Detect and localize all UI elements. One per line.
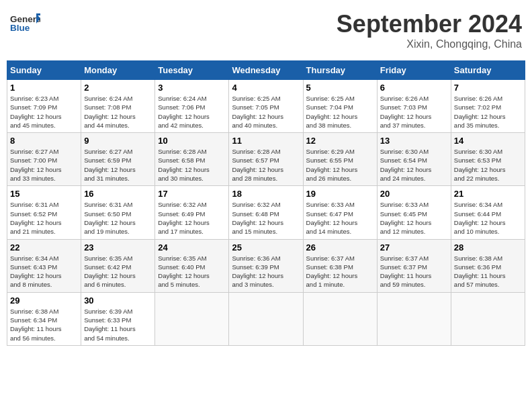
calendar-cell: 13Sunrise: 6:30 AM Sunset: 6:54 PM Dayli… xyxy=(377,133,451,186)
day-number: 23 xyxy=(84,242,152,253)
calendar-cell: 10Sunrise: 6:28 AM Sunset: 6:58 PM Dayli… xyxy=(155,133,229,186)
day-info: Sunrise: 6:34 AM Sunset: 6:43 PM Dayligh… xyxy=(10,254,78,289)
day-number: 30 xyxy=(84,295,152,306)
calendar-cell: 30Sunrise: 6:39 AM Sunset: 6:33 PM Dayli… xyxy=(81,292,155,345)
calendar-cell: 5Sunrise: 6:25 AM Sunset: 7:04 PM Daylig… xyxy=(303,80,377,133)
day-info: Sunrise: 6:32 AM Sunset: 6:48 PM Dayligh… xyxy=(232,200,300,236)
calendar-cell: 11Sunrise: 6:28 AM Sunset: 6:57 PM Dayli… xyxy=(229,133,303,186)
day-number: 26 xyxy=(306,242,374,253)
calendar-cell: 20Sunrise: 6:33 AM Sunset: 6:45 PM Dayli… xyxy=(377,186,451,239)
day-info: Sunrise: 6:25 AM Sunset: 7:04 PM Dayligh… xyxy=(306,94,374,130)
calendar-title: September 2024 xyxy=(337,10,522,38)
day-info: Sunrise: 6:33 AM Sunset: 6:45 PM Dayligh… xyxy=(380,200,448,236)
day-number: 16 xyxy=(84,189,152,199)
weekday-header-saturday: Saturday xyxy=(451,61,525,80)
day-number: 3 xyxy=(158,83,226,93)
day-info: Sunrise: 6:23 AM Sunset: 7:09 PM Dayligh… xyxy=(10,94,78,130)
calendar-cell xyxy=(229,292,303,345)
calendar-cell: 22Sunrise: 6:34 AM Sunset: 6:43 PM Dayli… xyxy=(7,239,81,292)
day-info: Sunrise: 6:27 AM Sunset: 7:00 PM Dayligh… xyxy=(10,147,78,183)
day-number: 15 xyxy=(10,189,78,199)
calendar-cell: 15Sunrise: 6:31 AM Sunset: 6:52 PM Dayli… xyxy=(7,186,81,239)
calendar-cell xyxy=(451,292,525,345)
calendar-cell xyxy=(303,292,377,345)
calendar-cell: 16Sunrise: 6:31 AM Sunset: 6:50 PM Dayli… xyxy=(81,186,155,239)
day-info: Sunrise: 6:36 AM Sunset: 6:39 PM Dayligh… xyxy=(232,254,300,289)
day-number: 9 xyxy=(84,136,152,146)
logo-icon: General Blue xyxy=(10,10,40,37)
day-info: Sunrise: 6:33 AM Sunset: 6:47 PM Dayligh… xyxy=(306,200,374,236)
calendar-cell: 27Sunrise: 6:37 AM Sunset: 6:37 PM Dayli… xyxy=(377,239,451,292)
day-number: 29 xyxy=(10,295,78,306)
day-number: 22 xyxy=(10,242,78,253)
calendar-cell: 19Sunrise: 6:33 AM Sunset: 6:47 PM Dayli… xyxy=(303,186,377,239)
calendar-cell: 23Sunrise: 6:35 AM Sunset: 6:42 PM Dayli… xyxy=(81,239,155,292)
day-info: Sunrise: 6:26 AM Sunset: 7:02 PM Dayligh… xyxy=(454,94,522,130)
calendar-cell: 4Sunrise: 6:25 AM Sunset: 7:05 PM Daylig… xyxy=(229,80,303,133)
calendar-week-5: 29Sunrise: 6:38 AM Sunset: 6:34 PM Dayli… xyxy=(7,292,525,345)
weekday-header-friday: Friday xyxy=(377,61,451,80)
day-number: 18 xyxy=(232,189,300,199)
calendar-cell: 12Sunrise: 6:29 AM Sunset: 6:55 PM Dayli… xyxy=(303,133,377,186)
day-info: Sunrise: 6:37 AM Sunset: 6:37 PM Dayligh… xyxy=(380,254,448,289)
day-number: 14 xyxy=(454,136,522,146)
calendar-cell: 21Sunrise: 6:34 AM Sunset: 6:44 PM Dayli… xyxy=(451,186,525,239)
calendar-cell: 25Sunrise: 6:36 AM Sunset: 6:39 PM Dayli… xyxy=(229,239,303,292)
calendar-cell: 1Sunrise: 6:23 AM Sunset: 7:09 PM Daylig… xyxy=(7,80,81,133)
day-number: 19 xyxy=(306,189,374,199)
day-number: 21 xyxy=(454,189,522,199)
day-info: Sunrise: 6:28 AM Sunset: 6:57 PM Dayligh… xyxy=(232,147,300,183)
day-info: Sunrise: 6:24 AM Sunset: 7:08 PM Dayligh… xyxy=(84,94,152,130)
calendar-cell: 26Sunrise: 6:37 AM Sunset: 6:38 PM Dayli… xyxy=(303,239,377,292)
svg-text:Blue: Blue xyxy=(10,23,30,33)
calendar-cell xyxy=(377,292,451,345)
day-info: Sunrise: 6:29 AM Sunset: 6:55 PM Dayligh… xyxy=(306,147,374,183)
calendar-cell: 14Sunrise: 6:30 AM Sunset: 6:53 PM Dayli… xyxy=(451,133,525,186)
day-info: Sunrise: 6:35 AM Sunset: 6:42 PM Dayligh… xyxy=(84,254,152,289)
calendar-cell: 9Sunrise: 6:27 AM Sunset: 6:59 PM Daylig… xyxy=(81,133,155,186)
day-number: 28 xyxy=(454,242,522,253)
logo: General Blue xyxy=(10,10,40,37)
day-number: 1 xyxy=(10,83,78,93)
weekday-header-monday: Monday xyxy=(81,61,155,80)
calendar-cell: 28Sunrise: 6:38 AM Sunset: 6:36 PM Dayli… xyxy=(451,239,525,292)
day-info: Sunrise: 6:34 AM Sunset: 6:44 PM Dayligh… xyxy=(454,200,522,236)
calendar-table: SundayMondayTuesdayWednesdayThursdayFrid… xyxy=(7,60,525,346)
weekday-header-row: SundayMondayTuesdayWednesdayThursdayFrid… xyxy=(7,61,525,80)
day-info: Sunrise: 6:28 AM Sunset: 6:58 PM Dayligh… xyxy=(158,147,226,183)
calendar-cell: 2Sunrise: 6:24 AM Sunset: 7:08 PM Daylig… xyxy=(81,80,155,133)
day-number: 27 xyxy=(380,242,448,253)
calendar-cell: 6Sunrise: 6:26 AM Sunset: 7:03 PM Daylig… xyxy=(377,80,451,133)
day-info: Sunrise: 6:27 AM Sunset: 6:59 PM Dayligh… xyxy=(84,147,152,183)
day-info: Sunrise: 6:37 AM Sunset: 6:38 PM Dayligh… xyxy=(306,254,374,289)
svg-text:General: General xyxy=(10,14,40,24)
day-number: 2 xyxy=(84,83,152,93)
day-number: 25 xyxy=(232,242,300,253)
day-number: 7 xyxy=(454,83,522,93)
calendar-cell: 3Sunrise: 6:24 AM Sunset: 7:06 PM Daylig… xyxy=(155,80,229,133)
calendar-location: Xixin, Chongqing, China xyxy=(337,38,522,50)
day-info: Sunrise: 6:32 AM Sunset: 6:49 PM Dayligh… xyxy=(158,200,226,236)
calendar-week-1: 1Sunrise: 6:23 AM Sunset: 7:09 PM Daylig… xyxy=(7,80,525,133)
day-number: 5 xyxy=(306,83,374,93)
calendar-week-4: 22Sunrise: 6:34 AM Sunset: 6:43 PM Dayli… xyxy=(7,239,525,292)
page-header: General Blue September 2024 Xixin, Chong… xyxy=(7,7,525,54)
svg-rect-3 xyxy=(36,13,40,15)
day-info: Sunrise: 6:26 AM Sunset: 7:03 PM Dayligh… xyxy=(380,94,448,130)
day-number: 20 xyxy=(380,189,448,199)
weekday-header-sunday: Sunday xyxy=(7,61,81,80)
day-number: 13 xyxy=(380,136,448,146)
day-info: Sunrise: 6:38 AM Sunset: 6:36 PM Dayligh… xyxy=(454,254,522,289)
day-info: Sunrise: 6:25 AM Sunset: 7:05 PM Dayligh… xyxy=(232,94,300,130)
day-info: Sunrise: 6:38 AM Sunset: 6:34 PM Dayligh… xyxy=(10,307,78,342)
calendar-cell: 18Sunrise: 6:32 AM Sunset: 6:48 PM Dayli… xyxy=(229,186,303,239)
day-info: Sunrise: 6:24 AM Sunset: 7:06 PM Dayligh… xyxy=(158,94,226,130)
day-number: 4 xyxy=(232,83,300,93)
weekday-header-thursday: Thursday xyxy=(303,61,377,80)
day-number: 24 xyxy=(158,242,226,253)
calendar-cell xyxy=(155,292,229,345)
day-number: 6 xyxy=(380,83,448,93)
calendar-cell: 8Sunrise: 6:27 AM Sunset: 7:00 PM Daylig… xyxy=(7,133,81,186)
calendar-week-3: 15Sunrise: 6:31 AM Sunset: 6:52 PM Dayli… xyxy=(7,186,525,239)
title-block: September 2024 Xixin, Chongqing, China xyxy=(337,10,522,50)
